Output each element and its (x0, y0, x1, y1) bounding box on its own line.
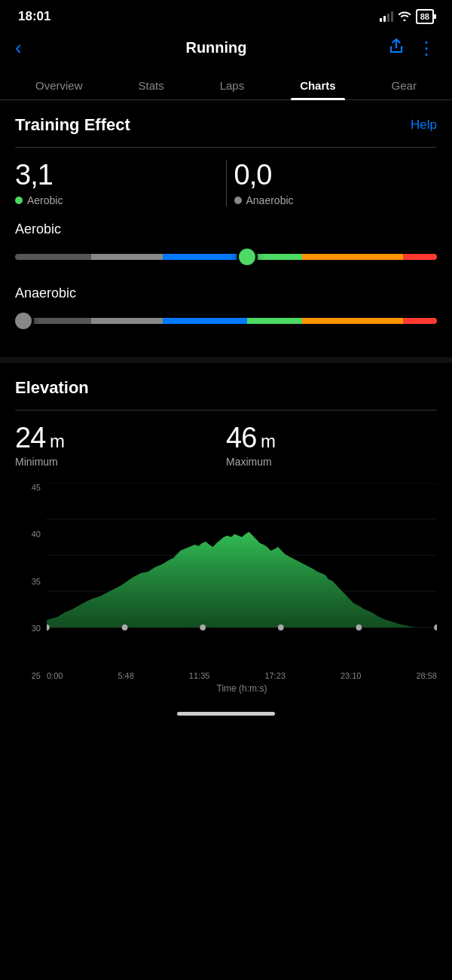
svg-point-9 (356, 624, 362, 630)
help-button[interactable]: Help (411, 118, 437, 133)
y-label-40: 40 (32, 530, 41, 539)
anaerobic-thumb[interactable] (13, 310, 34, 331)
tab-stats[interactable]: Stats (129, 72, 173, 99)
elevation-chart: 45 40 35 30 25 (15, 483, 437, 703)
anaerobic-label-row: Anaerobic (234, 194, 438, 206)
header: ‹ Running ⋮ (0, 30, 452, 72)
svg-point-6 (122, 624, 128, 630)
training-effect-section: Training Effect Help 3,1 Aerobic 0,0 Ana… (0, 100, 452, 363)
elevation-metrics: 24 m Minimum 46 m Maximum (15, 423, 437, 468)
x-label-1: 5:48 (118, 671, 133, 680)
home-indicator (0, 703, 452, 722)
elevation-svg (47, 483, 437, 664)
aerobic-track (15, 254, 437, 260)
elevation-title: Elevation (15, 378, 89, 398)
page-title: Running (185, 39, 246, 56)
elevation-header: Elevation (15, 378, 437, 398)
anaerobic-track (15, 318, 437, 324)
elevation-min-label: Minimum (15, 456, 226, 468)
elevation-section: Elevation 24 m Minimum 46 m Maximum 45 4… (0, 363, 452, 703)
aerobic-dot (15, 197, 23, 204)
x-axis: 0:00 5:48 11:35 17:23 23:10 28:58 (47, 667, 437, 680)
te-metrics: 3,1 Aerobic 0,0 Anaerobic (15, 160, 437, 206)
y-label-35: 35 (32, 577, 41, 586)
y-axis: 45 40 35 30 25 (15, 483, 45, 680)
divider (15, 147, 437, 148)
aerobic-metric: 3,1 Aerobic (15, 160, 218, 206)
elevation-max: 46 m Maximum (226, 423, 437, 468)
share-button[interactable] (387, 37, 405, 60)
aerobic-slider[interactable] (15, 246, 437, 267)
x-label-2: 11:35 (189, 671, 210, 680)
y-label-30: 30 (32, 624, 41, 633)
tab-charts[interactable]: Charts (291, 72, 345, 99)
back-button[interactable]: ‹ (15, 36, 45, 60)
svg-point-10 (434, 624, 437, 630)
elevation-max-value: 46 m (226, 423, 437, 454)
tab-overview[interactable]: Overview (26, 72, 92, 99)
signal-icon (380, 11, 393, 22)
aerobic-slider-section: Aerobic (15, 221, 437, 267)
anaerobic-value: 0,0 (234, 160, 438, 191)
more-button[interactable]: ⋮ (417, 38, 437, 59)
wifi-icon (398, 11, 411, 23)
header-actions: ⋮ (387, 37, 437, 60)
x-axis-title: Time (h:m:s) (47, 680, 437, 703)
svg-point-8 (278, 624, 284, 630)
svg-point-7 (200, 624, 206, 630)
aerobic-value: 3,1 (15, 160, 218, 191)
anaerobic-slider-label: Anaerobic (15, 285, 437, 301)
aerobic-slider-label: Aerobic (15, 221, 437, 237)
aerobic-label-row: Aerobic (15, 194, 218, 206)
training-effect-header: Training Effect Help (15, 115, 437, 135)
status-icons: 88 (380, 9, 434, 24)
aerobic-label: Aerobic (27, 194, 63, 206)
elevation-min-value: 24 m (15, 423, 226, 454)
anaerobic-slider[interactable] (15, 310, 437, 331)
battery-level: 88 (420, 12, 429, 21)
battery-icon: 88 (416, 9, 434, 24)
elevation-max-label: Maximum (226, 456, 437, 468)
x-label-5: 28:58 (416, 671, 437, 680)
tab-laps[interactable]: Laps (211, 72, 254, 99)
training-effect-title: Training Effect (15, 115, 130, 135)
aerobic-thumb[interactable] (237, 246, 258, 267)
anaerobic-label: Anaerobic (246, 194, 294, 206)
x-label-3: 17:23 (264, 671, 286, 680)
metric-divider (226, 160, 227, 206)
anaerobic-dot (234, 197, 242, 204)
anaerobic-slider-section: Anaerobic (15, 285, 437, 331)
tab-gear[interactable]: Gear (383, 72, 426, 99)
home-bar (177, 712, 275, 716)
x-label-4: 23:10 (341, 671, 362, 680)
chart-svg-container: 0:00 5:48 11:35 17:23 23:10 28:58 Time (… (47, 483, 437, 703)
status-time: 18:01 (18, 9, 50, 24)
y-label-25: 25 (32, 671, 41, 680)
tabs: Overview Stats Laps Charts Gear (0, 72, 452, 100)
status-bar: 18:01 88 (0, 0, 452, 30)
anaerobic-metric: 0,0 Anaerobic (234, 160, 438, 206)
elevation-min: 24 m Minimum (15, 423, 226, 468)
x-label-0: 0:00 (47, 671, 63, 680)
y-label-45: 45 (32, 483, 41, 492)
elev-divider (15, 410, 437, 411)
